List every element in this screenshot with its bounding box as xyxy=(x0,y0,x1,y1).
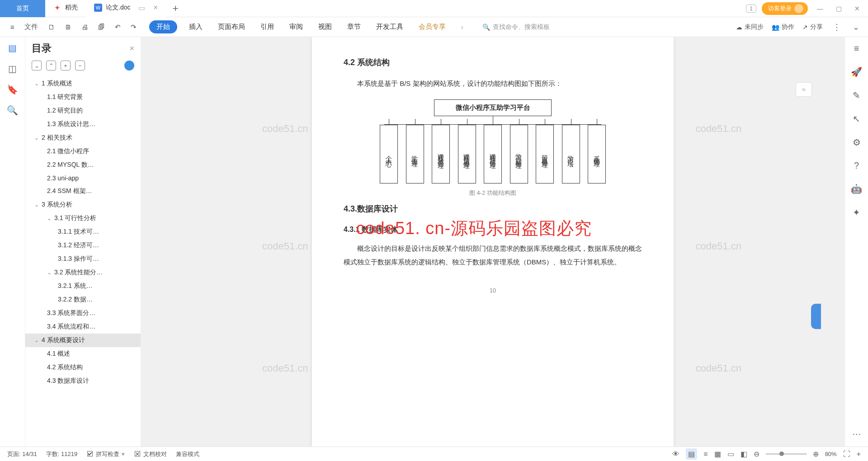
nav-icon[interactable]: ◫ xyxy=(8,63,17,74)
tree-item[interactable]: 2.3 uni-app xyxy=(25,172,141,184)
tree-item[interactable]: 2.1 微信小程序 xyxy=(25,145,141,158)
bookmark-icon[interactable]: 🔖 xyxy=(7,84,18,95)
tree-item[interactable]: 3.1.2 经济可… xyxy=(25,239,141,252)
tree-item[interactable]: 1.2 研究目的 xyxy=(25,104,141,118)
settings-icon[interactable]: ⚙ xyxy=(853,137,861,148)
tree-item[interactable]: 4 系统概要设计 xyxy=(25,334,141,347)
view-page-icon[interactable]: ▤ xyxy=(686,448,697,460)
word-count[interactable]: 字数: 11219 xyxy=(46,450,77,458)
eye-icon[interactable]: 👁 xyxy=(672,450,679,458)
tab-shell[interactable]: ✦ 稻壳 xyxy=(45,0,86,17)
rocket-icon[interactable]: 🚀 xyxy=(851,66,862,77)
tree-item[interactable]: 1.1 研究背景 xyxy=(25,90,141,104)
menu-vip[interactable]: 会员专享 xyxy=(415,20,449,34)
view-web-icon[interactable]: ▦ xyxy=(714,450,721,458)
menu-view[interactable]: 视图 xyxy=(315,20,335,34)
collab-button[interactable]: 👥协作 xyxy=(772,23,794,31)
view-focus-icon[interactable]: ◧ xyxy=(741,450,747,458)
cursor-icon[interactable]: ↖ xyxy=(853,113,860,124)
page-indicator[interactable]: 页面: 14/31 xyxy=(7,450,37,458)
fullscreen-icon[interactable]: ⛶ xyxy=(843,450,850,458)
close-button[interactable]: ✕ xyxy=(851,3,863,14)
tree-item[interactable]: 2 相关技术 xyxy=(25,131,141,145)
document-area[interactable]: ≈ code51.cn code51.cn code51.cn code51.c… xyxy=(141,37,844,447)
tree-item[interactable]: 3.1.3 操作可… xyxy=(25,252,141,266)
menu-reference[interactable]: 引用 xyxy=(257,20,278,34)
window-count[interactable]: 1 xyxy=(746,5,756,13)
spell-check[interactable]: 🗹拼写检查▾ xyxy=(86,450,125,458)
outline-icon[interactable]: ▤ xyxy=(8,42,17,53)
tree-item[interactable]: 3.3 系统界面分… xyxy=(25,306,141,320)
zoom-value[interactable]: 80% xyxy=(825,451,837,457)
structure-diagram: 微信小程序互助学习平台 个人中心学生管理课程分类管理课程信息管理课程评价管理学习… xyxy=(375,99,610,197)
redo-icon[interactable]: ↷ xyxy=(127,20,140,34)
pen-icon[interactable]: ✎ xyxy=(853,90,860,101)
zoom-slider[interactable] xyxy=(766,453,807,455)
more-icon[interactable]: ⋮ xyxy=(831,20,843,34)
zoom-in-icon[interactable]: ⊕ xyxy=(813,450,819,458)
tree-item[interactable]: 4.3 数据库设计 xyxy=(25,374,141,388)
undo-icon[interactable]: ↶ xyxy=(111,20,124,34)
tree-item[interactable]: 1 系统概述 xyxy=(25,77,141,90)
expand-all-icon[interactable]: ⌃ xyxy=(46,61,56,71)
nav-sync-icon[interactable] xyxy=(124,61,134,71)
tree-item[interactable]: 2.4 SSM 框架… xyxy=(25,184,141,198)
more-rail-icon[interactable]: ⋯ xyxy=(852,428,861,439)
tab-home[interactable]: 首页 xyxy=(0,0,45,17)
export-icon[interactable]: 🗎 xyxy=(61,20,75,33)
compat-mode[interactable]: 兼容模式 xyxy=(176,450,199,458)
tree-item[interactable]: 3.4 系统流程和… xyxy=(25,320,141,334)
add-page-icon[interactable]: + xyxy=(857,450,861,458)
tree-item[interactable]: 3 系统分析 xyxy=(25,198,141,212)
diagram-child: 学生管理 xyxy=(406,125,424,183)
nav-close-icon[interactable]: × xyxy=(129,44,134,53)
search-rail-icon[interactable]: 🔍 xyxy=(7,105,18,116)
print-icon[interactable]: 🖨 xyxy=(78,20,92,33)
menu-page-layout[interactable]: 页面布局 xyxy=(214,20,249,34)
view-read-icon[interactable]: ▭ xyxy=(727,450,734,458)
collapse-panel-button[interactable]: ≈ xyxy=(796,82,812,97)
main: ▤ ◫ 🔖 🔍 目录 × ⌄ ⌃ + − 1 系统概述1.1 研究背景1.2 研… xyxy=(0,37,868,447)
robot-icon[interactable]: 🤖 xyxy=(851,183,862,194)
sparkle-icon[interactable]: ✦ xyxy=(853,207,860,218)
menu-start[interactable]: 开始 xyxy=(149,20,177,33)
maximize-button[interactable]: ▢ xyxy=(832,3,845,14)
tree-item[interactable]: 3.1 可行性分析 xyxy=(25,212,141,225)
minimize-button[interactable]: — xyxy=(813,3,827,14)
tree-item[interactable]: 1.3 系统设计思… xyxy=(25,118,141,131)
tab-document[interactable]: W 论文.doc ▭ × xyxy=(86,0,166,17)
remove-icon[interactable]: − xyxy=(75,61,85,71)
menu-review[interactable]: 审阅 xyxy=(286,20,307,34)
menu-chapter[interactable]: 章节 xyxy=(344,20,364,34)
tree-item[interactable]: 3.2.2 数据… xyxy=(25,293,141,306)
new-tab-button[interactable]: + xyxy=(166,3,185,14)
add-icon[interactable]: + xyxy=(61,61,71,71)
zoom-out-icon[interactable]: ⊖ xyxy=(754,450,760,458)
proofread[interactable]: 🗵文档校对 xyxy=(134,450,167,458)
guest-login-button[interactable]: 访客登录 xyxy=(762,2,808,15)
side-panel-handle[interactable] xyxy=(811,304,821,329)
search-box[interactable]: 🔍 查找命令、搜索模板 xyxy=(479,21,553,33)
sync-status[interactable]: ☁未同步 xyxy=(736,23,764,31)
file-menu[interactable]: 文件 xyxy=(21,20,42,34)
tree-item[interactable]: 4.2 系统结构 xyxy=(25,361,141,374)
tab-screen-icon[interactable]: ▭ xyxy=(138,4,145,12)
menu-dev-tools[interactable]: 开发工具 xyxy=(373,20,407,34)
hamburger-icon[interactable]: ≡ xyxy=(854,43,859,54)
menu-more[interactable]: › xyxy=(458,20,467,33)
collapse-all-icon[interactable]: ⌄ xyxy=(32,61,42,71)
tree-item[interactable]: 4.1 概述 xyxy=(25,347,141,361)
view-outline-icon[interactable]: ≡ xyxy=(703,450,708,458)
save-icon[interactable]: 🗋 xyxy=(44,20,58,33)
tree-item[interactable]: 3.1.1 技术可… xyxy=(25,225,141,239)
tree-item[interactable]: 3.2 系统性能分… xyxy=(25,266,141,279)
tab-close-icon[interactable]: × xyxy=(153,4,157,12)
share-button[interactable]: ↗分享 xyxy=(802,23,823,31)
menu-icon[interactable]: ≡ xyxy=(7,20,18,33)
collapse-ribbon-icon[interactable]: ⌄ xyxy=(851,20,861,34)
menu-insert[interactable]: 插入 xyxy=(185,20,206,34)
help-icon[interactable]: ? xyxy=(854,160,859,171)
tree-item[interactable]: 3.2.1 系统… xyxy=(25,279,141,293)
tree-item[interactable]: 2.2 MYSQL 数… xyxy=(25,158,141,172)
preview-icon[interactable]: 🗐 xyxy=(94,20,108,33)
